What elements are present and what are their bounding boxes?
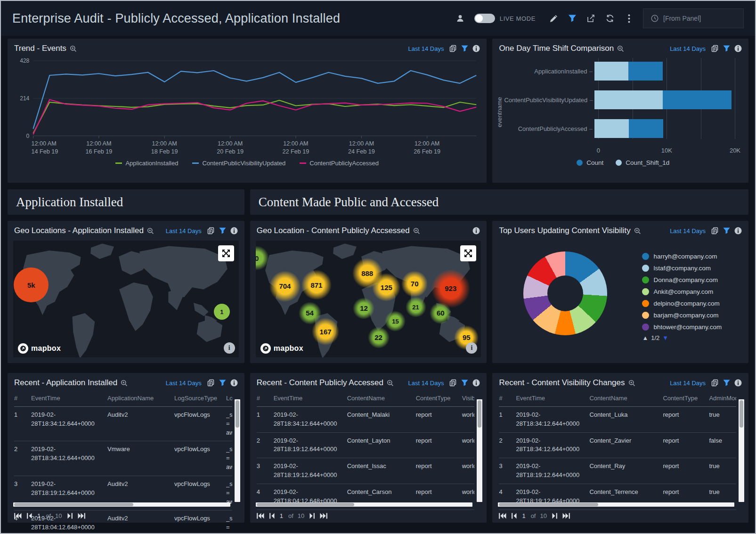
kebab-menu-icon[interactable] (624, 14, 634, 23)
legend-item[interactable]: bhtower@company.com (642, 321, 722, 333)
horizontal-scrollbar[interactable] (256, 502, 473, 507)
column-header[interactable]: ContentType (416, 394, 459, 403)
bar-segment-count_shift_1d[interactable] (594, 62, 628, 81)
map-bubble[interactable]: 22 (368, 327, 390, 348)
pencil-icon[interactable] (549, 14, 558, 23)
copy-icon[interactable] (711, 45, 719, 52)
map-bubble[interactable]: 704 (269, 271, 301, 302)
map-bubble[interactable]: 12 (353, 298, 374, 319)
filter-funnel-icon[interactable] (219, 227, 226, 234)
mapbox-logo[interactable]: mapbox (260, 343, 303, 354)
bar-segment-count[interactable] (629, 119, 663, 138)
first-page-button[interactable] (499, 513, 506, 519)
map-bubble[interactable]: 923 (431, 269, 470, 308)
legend-item[interactable]: barjam@company.com (642, 309, 722, 321)
copy-icon[interactable] (207, 227, 215, 235)
next-page-button[interactable] (309, 513, 315, 519)
info-icon[interactable] (230, 379, 238, 387)
next-page-button[interactable] (552, 513, 557, 519)
zoom-in-icon[interactable] (70, 45, 77, 52)
legend-page-up-icon[interactable]: ▲ (642, 334, 648, 341)
share-icon[interactable] (586, 14, 596, 23)
bar-segment-count[interactable] (628, 62, 663, 81)
legend-item[interactable]: Count (577, 159, 603, 166)
scrollbar-thumb[interactable] (236, 400, 239, 428)
legend-item[interactable]: Count_Shift_1d (616, 159, 669, 166)
panel-time-range[interactable]: Last 14 Days (670, 380, 706, 387)
legend-item[interactable]: ContentPubliclyAccessed (300, 160, 379, 167)
info-icon[interactable] (734, 379, 742, 387)
zoom-in-icon[interactable] (147, 227, 154, 235)
bar-segment-count[interactable] (663, 90, 732, 109)
map-bubble[interactable]: 125 (372, 273, 400, 301)
map-bubble[interactable]: 5k (14, 267, 49, 302)
filter-funnel-icon[interactable] (568, 14, 577, 23)
trend-line-chart[interactable]: 021442812:00 AM14 Feb 1912:00 AM16 Feb 1… (11, 56, 483, 159)
info-icon[interactable] (230, 227, 238, 235)
user-icon[interactable] (455, 14, 465, 23)
legend-item[interactable]: ContentPublicVisibilityUpdated (192, 160, 285, 167)
column-header[interactable]: # (499, 394, 513, 403)
column-header[interactable]: LogS (226, 394, 232, 403)
time-range-selector[interactable]: [From Panel] (643, 8, 744, 28)
legend-item[interactable]: delpino@company.com (642, 298, 722, 309)
last-page-button[interactable] (562, 513, 570, 519)
prev-page-button[interactable] (269, 513, 275, 519)
refresh-icon[interactable] (605, 14, 615, 23)
zoom-in-icon[interactable] (628, 380, 635, 387)
scrollbar-thumb[interactable] (740, 400, 743, 428)
copy-icon[interactable] (711, 379, 719, 387)
info-icon[interactable] (734, 227, 742, 235)
world-map[interactable]: mapbox i 0704871541678881222151257021609… (256, 241, 481, 357)
legend-page-down-icon[interactable]: ▼ (662, 334, 668, 341)
column-header[interactable]: EventTime (516, 394, 586, 403)
prev-page-button[interactable] (512, 513, 517, 519)
legend-item[interactable]: Ankit@company.com (642, 286, 722, 298)
first-page-button[interactable] (14, 513, 22, 519)
zoom-in-icon[interactable] (634, 227, 641, 235)
last-page-button[interactable] (320, 513, 327, 519)
filter-funnel-icon[interactable] (723, 45, 730, 52)
copy-icon[interactable] (449, 379, 457, 387)
column-header[interactable]: ContentName (589, 394, 660, 403)
map-bubble[interactable]: 167 (312, 318, 339, 345)
expand-arrows-icon[interactable] (218, 245, 234, 261)
next-page-button[interactable] (67, 513, 73, 519)
world-map[interactable]: mapbox i 5k1 (13, 241, 239, 357)
filter-funnel-icon[interactable] (461, 45, 468, 52)
copy-icon[interactable] (207, 379, 215, 387)
legend-item[interactable]: harryh@company.com (642, 251, 722, 262)
scrollbar-thumb[interactable] (14, 503, 133, 506)
mapbox-logo[interactable]: mapbox (18, 343, 61, 354)
bar-chart-plot[interactable]: ApplicationInstalledContentPublicVisibil… (504, 58, 742, 139)
filter-funnel-icon[interactable] (461, 380, 468, 386)
legend-item[interactable]: Donna@company.com (642, 274, 722, 286)
copy-icon[interactable] (449, 45, 457, 52)
bar-segment-count_shift_1d[interactable] (594, 119, 629, 138)
map-bubble[interactable]: 15 (385, 311, 406, 332)
vertical-scrollbar[interactable] (477, 399, 482, 502)
last-page-button[interactable] (78, 513, 85, 519)
bar-segment-count_shift_1d[interactable] (594, 90, 662, 109)
expand-arrows-icon[interactable] (460, 245, 476, 261)
scrollbar-thumb[interactable] (257, 503, 354, 506)
panel-time-range[interactable]: Last 14 Days (670, 227, 706, 235)
column-header[interactable]: ApplicationName (107, 394, 171, 403)
copy-icon[interactable] (711, 227, 719, 235)
map-bubble[interactable]: 21 (406, 297, 426, 317)
filter-funnel-icon[interactable] (723, 227, 730, 234)
stacked-bar[interactable] (594, 90, 742, 109)
scrollbar-thumb[interactable] (499, 503, 598, 506)
column-header[interactable]: # (257, 394, 271, 403)
legend-item[interactable]: ApplicationInstalled (115, 160, 178, 167)
first-page-button[interactable] (257, 513, 264, 519)
column-header[interactable]: EventTime (31, 394, 105, 403)
column-header[interactable]: AdminMod (709, 394, 736, 403)
info-icon[interactable] (472, 379, 480, 387)
panel-time-range[interactable]: Last 14 Days (166, 380, 202, 387)
panel-time-range[interactable]: Last 14 Days (408, 380, 444, 387)
filter-funnel-icon[interactable] (723, 380, 730, 386)
scrollbar-thumb[interactable] (478, 400, 481, 428)
stacked-bar[interactable] (594, 119, 742, 138)
prev-page-button[interactable] (27, 513, 32, 519)
